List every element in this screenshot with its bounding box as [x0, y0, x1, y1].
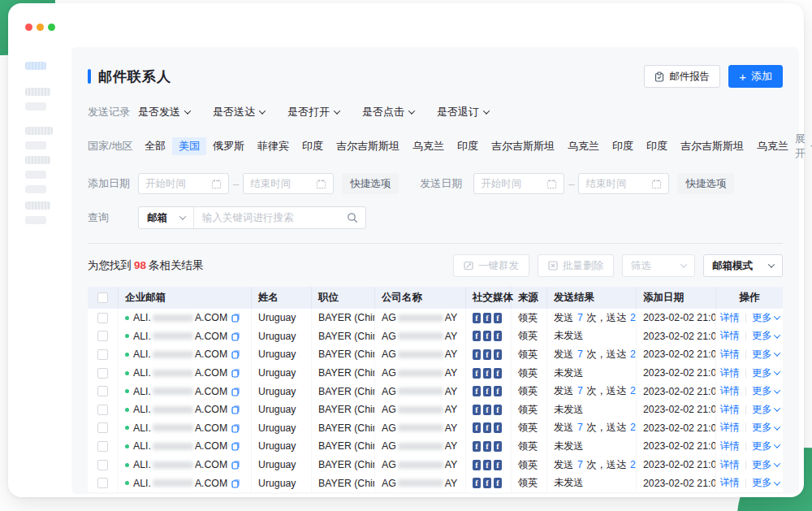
copy-icon[interactable]: [231, 313, 240, 323]
more-link[interactable]: 更多: [752, 458, 780, 472]
country-option[interactable]: 菲律宾: [251, 137, 296, 155]
bulk-send-button[interactable]: 一键群发: [453, 254, 529, 277]
more-link[interactable]: 更多: [752, 440, 780, 453]
country-option[interactable]: 俄罗斯: [206, 137, 251, 155]
country-option[interactable]: 印度: [640, 137, 674, 155]
detail-link[interactable]: 详情: [719, 311, 740, 325]
detail-link[interactable]: 详情: [719, 348, 740, 362]
facebook-icon[interactable]: f: [494, 331, 502, 341]
filter-dropdown[interactable]: 是否点击: [362, 105, 414, 119]
search-icon[interactable]: [347, 212, 358, 223]
expand-toggle[interactable]: 展开: [795, 132, 812, 161]
maximize-dot-icon[interactable]: [48, 24, 55, 31]
facebook-icon[interactable]: f: [494, 422, 502, 433]
copy-icon[interactable]: [231, 423, 240, 433]
facebook-icon[interactable]: f: [494, 368, 502, 379]
row-checkbox[interactable]: [97, 386, 108, 396]
copy-icon[interactable]: [231, 349, 240, 359]
mode-select[interactable]: 邮箱模式: [703, 254, 783, 277]
row-checkbox[interactable]: [97, 349, 108, 360]
more-link[interactable]: 更多: [752, 421, 780, 435]
facebook-icon[interactable]: f: [494, 313, 502, 323]
facebook-icon[interactable]: f: [473, 331, 481, 341]
send-date-quick-options-button[interactable]: 快捷选项: [677, 173, 734, 194]
copy-icon[interactable]: [231, 368, 240, 378]
country-option[interactable]: 印度: [606, 137, 640, 155]
more-link[interactable]: 更多: [752, 311, 780, 325]
detail-link[interactable]: 详情: [719, 458, 740, 472]
detail-link[interactable]: 详情: [719, 384, 740, 398]
country-option[interactable]: 乌克兰: [406, 137, 451, 155]
send-date-start-input[interactable]: [481, 178, 543, 189]
detail-link[interactable]: 详情: [719, 440, 740, 453]
facebook-icon[interactable]: f: [473, 368, 481, 379]
minimize-dot-icon[interactable]: [37, 24, 44, 31]
facebook-icon[interactable]: f: [494, 478, 502, 488]
facebook-icon[interactable]: f: [483, 478, 491, 488]
more-link[interactable]: 更多: [752, 384, 780, 398]
row-checkbox[interactable]: [97, 460, 108, 470]
copy-icon[interactable]: [231, 460, 240, 470]
row-checkbox[interactable]: [97, 478, 108, 488]
facebook-icon[interactable]: f: [473, 460, 481, 470]
send-date-start-field[interactable]: [473, 173, 564, 194]
country-option[interactable]: 印度: [296, 137, 330, 155]
bulk-delete-button[interactable]: 批量删除: [538, 254, 614, 277]
add-date-end-field[interactable]: [243, 173, 334, 194]
facebook-icon[interactable]: f: [483, 405, 491, 415]
copy-icon[interactable]: [231, 387, 240, 396]
search-input[interactable]: [194, 212, 347, 223]
row-checkbox[interactable]: [97, 441, 108, 452]
facebook-icon[interactable]: f: [483, 460, 491, 470]
query-field-select[interactable]: 邮箱: [139, 207, 194, 228]
facebook-icon[interactable]: f: [483, 422, 491, 433]
select-all-checkbox[interactable]: [97, 292, 108, 303]
facebook-icon[interactable]: f: [473, 405, 481, 415]
facebook-icon[interactable]: f: [494, 460, 502, 470]
more-link[interactable]: 更多: [752, 329, 780, 343]
facebook-icon[interactable]: f: [473, 441, 481, 452]
more-link[interactable]: 更多: [752, 348, 780, 362]
country-option[interactable]: 乌克兰: [561, 137, 606, 155]
more-link[interactable]: 更多: [752, 403, 780, 417]
row-checkbox[interactable]: [97, 405, 108, 415]
add-date-quick-options-button[interactable]: 快捷选项: [342, 173, 399, 194]
add-date-end-input[interactable]: [250, 178, 313, 189]
facebook-icon[interactable]: f: [494, 349, 502, 360]
facebook-icon[interactable]: f: [494, 405, 502, 415]
facebook-icon[interactable]: f: [473, 478, 481, 488]
facebook-icon[interactable]: f: [494, 386, 502, 396]
facebook-icon[interactable]: f: [473, 422, 481, 433]
country-option[interactable]: 印度: [451, 137, 485, 155]
copy-icon[interactable]: [231, 441, 240, 451]
facebook-icon[interactable]: f: [483, 368, 491, 379]
detail-link[interactable]: 详情: [719, 366, 740, 380]
detail-link[interactable]: 详情: [719, 403, 740, 417]
send-date-end-input[interactable]: [585, 178, 648, 189]
add-date-start-input[interactable]: [145, 178, 208, 189]
facebook-icon[interactable]: f: [483, 441, 491, 452]
country-option[interactable]: 吉尔吉斯斯坦: [674, 137, 750, 155]
facebook-icon[interactable]: f: [483, 349, 491, 360]
add-date-start-field[interactable]: [138, 173, 229, 194]
filter-dropdown[interactable]: 是否发送: [138, 105, 190, 119]
detail-link[interactable]: 详情: [719, 329, 740, 343]
more-link[interactable]: 更多: [752, 476, 780, 490]
mail-report-button[interactable]: 邮件报告: [644, 65, 720, 88]
facebook-icon[interactable]: f: [483, 313, 491, 323]
close-dot-icon[interactable]: [25, 24, 32, 31]
facebook-icon[interactable]: f: [483, 331, 491, 341]
facebook-icon[interactable]: f: [473, 313, 481, 323]
detail-link[interactable]: 详情: [719, 476, 740, 490]
facebook-icon[interactable]: f: [483, 386, 491, 396]
row-checkbox[interactable]: [97, 331, 108, 341]
copy-icon[interactable]: [231, 479, 240, 488]
filter-dropdown[interactable]: 是否打开: [287, 105, 339, 119]
send-date-end-field[interactable]: [578, 173, 669, 194]
filter-select[interactable]: 筛选: [622, 254, 695, 277]
country-option[interactable]: 吉尔吉斯斯坦: [485, 137, 561, 155]
country-option[interactable]: 乌克兰: [750, 137, 795, 155]
copy-icon[interactable]: [231, 331, 240, 341]
facebook-icon[interactable]: f: [473, 386, 481, 396]
more-link[interactable]: 更多: [752, 366, 780, 380]
